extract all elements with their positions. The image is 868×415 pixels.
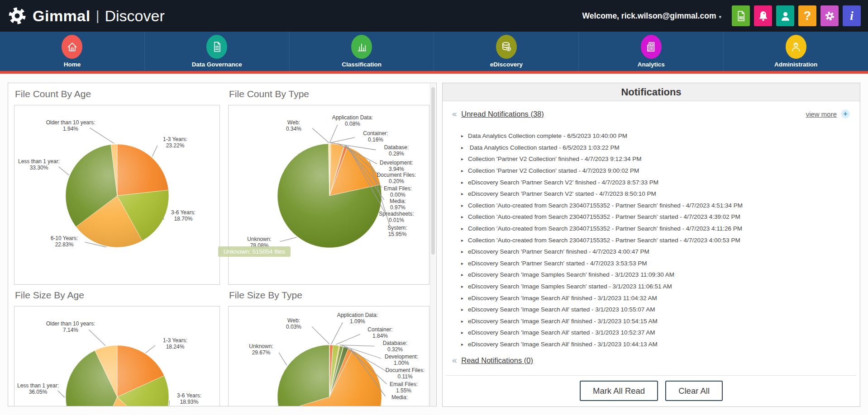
expand-triangle-icon[interactable]: ▸ <box>461 296 463 301</box>
log-file-button[interactable]: LOG <box>732 5 750 26</box>
notification-item[interactable]: ▸Collection 'Auto-created from Search 23… <box>443 211 855 223</box>
view-more-link[interactable]: view more <box>806 110 837 118</box>
expand-triangle-icon[interactable]: ▸ <box>461 330 463 335</box>
notification-text: eDiscovery Search 'Partner Search V2' fi… <box>468 179 658 186</box>
document-icon <box>206 35 227 59</box>
unread-notifications-link[interactable]: Unread Notifications (38) <box>461 110 544 118</box>
log-file-icon: LOG <box>735 10 747 22</box>
notification-item[interactable]: ▸Data Analytics Collection complete - 6/… <box>443 130 855 142</box>
notification-text: eDiscovery Search 'Image Search All' fin… <box>468 318 658 325</box>
welcome-text: Welcome, rick.wilson@gimmal.com <box>582 11 716 20</box>
notification-item[interactable]: ▸Collection 'Auto-created from Search 23… <box>443 234 855 246</box>
expand-triangle-icon[interactable]: ▸ <box>461 214 463 219</box>
nav-item-label: Classification <box>342 61 382 68</box>
notification-text: eDiscovery Search 'Image Search All' sta… <box>468 306 655 313</box>
notification-item[interactable]: ▸eDiscovery Search 'Image Samples Search… <box>443 269 855 281</box>
notification-item[interactable]: ▸Collection 'Partner V2 Collection' star… <box>443 165 855 177</box>
notification-item[interactable]: ▸eDiscovery Search 'Image Samples Search… <box>443 281 855 292</box>
header-right: Welcome, rick.wilson@gimmal.com▾ LOG?i <box>582 5 861 26</box>
notification-item[interactable]: ▸ Data Analytics Collection started - 6/… <box>443 142 855 154</box>
expand-triangle-icon[interactable]: ▸ <box>461 342 463 347</box>
notifications-bell-icon <box>757 10 769 22</box>
svg-text:Application Data:1.09%: Application Data:1.09% <box>337 312 378 325</box>
svg-text:System:15.95%: System:15.95% <box>387 225 407 237</box>
divider <box>446 375 856 376</box>
app-logo[interactable]: Gimmal | Discover <box>6 5 165 27</box>
collapse-chevrons-icon[interactable]: « <box>452 356 457 365</box>
charts-panel: Unknown: 515054 files File Count By Age … <box>8 83 437 406</box>
svg-text:Web:0.34%: Web:0.34% <box>286 119 301 132</box>
pie-chart[interactable]: 1-3 Years:23.22%3-6 Years:18.70%6-10 Yea… <box>14 105 220 285</box>
notification-item[interactable]: ▸Collection 'Auto-created from Search 23… <box>443 200 855 212</box>
pie-chart[interactable]: 1-3 Years:18.24%3-6 Years:18.93%Less tha… <box>14 306 220 406</box>
expand-triangle-icon[interactable]: ▸ <box>461 272 463 277</box>
notification-text: eDiscovery Search 'Partner Search' start… <box>468 260 647 267</box>
collapse-chevrons-icon[interactable]: « <box>452 109 457 118</box>
info-button[interactable]: i <box>843 5 861 26</box>
expand-triangle-icon[interactable]: ▸ <box>461 133 463 138</box>
notification-item[interactable]: ▸Collection 'Auto-created from Search 23… <box>443 223 855 235</box>
expand-triangle-icon[interactable]: ▸ <box>461 156 463 161</box>
nav-item-classification[interactable]: Classification <box>289 32 434 71</box>
clear-all-button[interactable]: Clear All <box>665 381 723 401</box>
svg-text:Media:0.97%: Media:0.97% <box>390 198 406 211</box>
nav-item-ediscovery[interactable]: eDiscovery <box>434 32 578 71</box>
support-person-button[interactable] <box>776 5 794 26</box>
expand-triangle-icon[interactable]: ▸ <box>461 191 463 196</box>
expand-triangle-icon[interactable]: ▸ <box>461 180 463 185</box>
expand-triangle-icon[interactable]: ▸ <box>461 226 463 231</box>
expand-triangle-icon[interactable]: ▸ <box>461 284 463 289</box>
help-button[interactable]: ? <box>798 5 816 26</box>
expand-triangle-icon[interactable]: ▸ <box>461 168 463 173</box>
notification-item[interactable]: ▸eDiscovery Search 'Partner Search V2' f… <box>443 176 855 188</box>
notification-item[interactable]: ▸eDiscovery Search 'Image Search All' st… <box>443 327 855 339</box>
expand-plus-icon[interactable]: + <box>841 109 850 118</box>
expand-triangle-icon[interactable]: ▸ <box>461 307 463 312</box>
expand-triangle-icon[interactable]: ▸ <box>461 249 463 254</box>
svg-text:Spreadsheets:0.01%: Spreadsheets:0.01% <box>379 211 414 223</box>
notification-item[interactable]: ▸eDiscovery Search 'Image Search All' fi… <box>443 339 855 350</box>
notification-item[interactable]: ▸Collection 'Partner V2 Collection' fini… <box>443 153 855 165</box>
svg-text:Older than 10 years:1.94%: Older than 10 years:1.94% <box>46 119 95 132</box>
notification-text: eDiscovery Search 'Image Samples Search'… <box>468 283 672 290</box>
nav-item-label: Analytics <box>638 61 665 68</box>
notification-item[interactable]: ▸eDiscovery Search 'Partner Search' fini… <box>443 246 855 258</box>
expand-triangle-icon[interactable]: ▸ <box>461 145 463 150</box>
notification-item[interactable]: ▸eDiscovery Search 'Image Search All' fi… <box>443 316 855 327</box>
notifications-bell-button[interactable] <box>754 5 772 26</box>
welcome-user-menu[interactable]: Welcome, rick.wilson@gimmal.com▾ <box>582 11 721 21</box>
svg-text:Document Files:0.20%: Document Files:0.20% <box>377 172 416 184</box>
notification-item[interactable]: ▸eDiscovery Search 'Partner Search V2' s… <box>443 188 855 200</box>
chevron-down-icon: ▾ <box>719 14 721 20</box>
svg-text:Container:1.84%: Container:1.84% <box>367 326 392 339</box>
notification-item[interactable]: ▸eDiscovery Search 'Partner Search' star… <box>443 258 855 269</box>
mark-all-read-button[interactable]: Mark All Read <box>580 381 658 401</box>
nav-item-data-governance[interactable]: Data Governance <box>144 32 289 71</box>
pie-chart[interactable]: Application Data:1.09%Container:1.84%Dat… <box>228 306 429 406</box>
notification-text: Collection 'Partner V2 Collection' start… <box>468 167 639 174</box>
settings-gear-button[interactable] <box>820 5 839 26</box>
svg-text:Less than 1 year:36.05%: Less than 1 year:36.05% <box>17 382 59 395</box>
expand-triangle-icon[interactable]: ▸ <box>461 238 463 243</box>
support-person-icon <box>779 10 792 22</box>
bar-chart-icon <box>351 35 372 59</box>
nav-item-analytics[interactable]: Analytics <box>578 32 723 71</box>
notification-item[interactable]: ▸eDiscovery Search 'Image Search All' fi… <box>443 292 855 304</box>
notification-item[interactable]: ▸eDiscovery Search 'Image Search All' st… <box>443 304 855 316</box>
svg-text:Unknown:78.08%: Unknown:78.08% <box>247 236 271 249</box>
expand-triangle-icon[interactable]: ▸ <box>461 319 463 324</box>
svg-text:Development:3.94%: Development:3.94% <box>380 160 413 172</box>
expand-triangle-icon[interactable]: ▸ <box>461 261 463 266</box>
notification-text: Collection 'Auto-created from Search 230… <box>468 213 740 220</box>
nav-item-administration[interactable]: Administration <box>723 32 868 71</box>
nav-item-home[interactable]: Home <box>0 32 144 71</box>
notification-text: eDiscovery Search 'Image Search All' sta… <box>468 329 655 336</box>
charts-scrollbar[interactable] <box>430 84 436 406</box>
notification-text: Collection 'Partner V2 Collection' finis… <box>468 156 641 162</box>
scrollbar-thumb[interactable] <box>431 87 435 255</box>
expand-triangle-icon[interactable]: ▸ <box>461 203 463 208</box>
database-icon <box>496 35 517 59</box>
pie-chart[interactable]: Application Data:0.08%Container:0.16%Dat… <box>228 105 429 285</box>
read-notifications-link[interactable]: Read Notifications (0) <box>461 356 533 365</box>
svg-text:Email Files:1.55%: Email Files:1.55% <box>390 381 418 394</box>
